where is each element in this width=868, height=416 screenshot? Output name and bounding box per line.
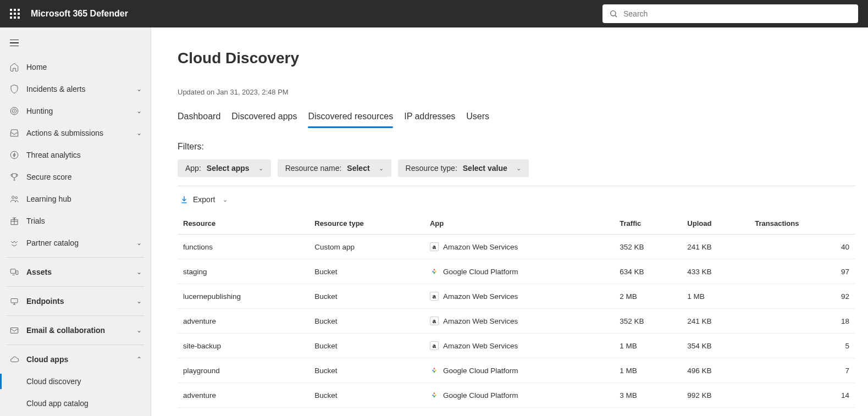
- nav-collapse-button[interactable]: [3, 32, 25, 54]
- table-row[interactable]: functionsCustom appaAmazon Web Services3…: [178, 235, 855, 259]
- sidebar-item-assets[interactable]: Assets⌄: [0, 261, 151, 283]
- sidebar-item-hunting[interactable]: Hunting⌄: [0, 100, 151, 122]
- sidebar-item-threat[interactable]: Threat analytics: [0, 144, 151, 166]
- target-icon: [9, 106, 20, 117]
- chevron-down-icon: ⌄: [136, 85, 142, 93]
- search-input[interactable]: [623, 9, 852, 18]
- filter-resourcename[interactable]: Resource name: Select⌄: [278, 159, 391, 177]
- tab-ip-addresses[interactable]: IP addresses: [404, 107, 455, 127]
- tab-discovered-resources[interactable]: Discovered resources: [308, 107, 393, 127]
- cell-upload: 241 KB: [682, 235, 749, 259]
- sidebar-item-incidents[interactable]: Incidents & alerts⌄: [0, 78, 151, 100]
- sidebar-item-actions[interactable]: Actions & submissions⌄: [0, 122, 151, 144]
- column-header-resource[interactable]: Resource: [178, 213, 309, 235]
- svg-point-2: [10, 107, 18, 115]
- sidebar-item-label: Email & collaboration: [26, 326, 136, 335]
- nav-divider: [7, 315, 144, 316]
- handshake-icon: [9, 237, 20, 248]
- sidebar-item-label: Learning hub: [26, 195, 142, 203]
- export-button[interactable]: Export ⌄: [178, 191, 230, 208]
- sidebar-item-label: Endpoints: [26, 297, 136, 306]
- chevron-down-icon: ⌄: [136, 326, 142, 334]
- sidebar-item-learning[interactable]: Learning hub: [0, 188, 151, 210]
- filters-row: App: Select apps⌄Resource name: Select⌄R…: [178, 159, 855, 177]
- cell-resource: lucernepublishing: [178, 284, 309, 309]
- table-row[interactable]: playgroundBucketGoogle Cloud Platform1 M…: [178, 358, 855, 383]
- cell-upload: 1 MB: [682, 284, 749, 309]
- sidebar-item-trials[interactable]: Trials: [0, 210, 151, 232]
- sidebar-item-label: Cloud apps: [26, 355, 136, 364]
- table-row[interactable]: adventureBucketGoogle Cloud Platform3 MB…: [178, 383, 855, 408]
- cell-app: aAmazon Web Services: [424, 309, 614, 334]
- chevron-down-icon: ⌄: [136, 239, 142, 247]
- sidebar-item-cloudapps[interactable]: Cloud apps⌃: [0, 348, 151, 370]
- table-row[interactable]: site-backupBucketaAmazon Web Services1 M…: [178, 334, 855, 358]
- sidebar-item-home[interactable]: Home: [0, 56, 151, 78]
- toolbar-divider: [178, 186, 855, 186]
- app-name: Amazon Web Services: [443, 342, 518, 350]
- table-row[interactable]: lucernepublishingBucketaAmazon Web Servi…: [178, 284, 855, 309]
- column-header-traffic[interactable]: Traffic: [614, 213, 682, 235]
- svg-point-6: [12, 196, 15, 199]
- tab-discovered-apps[interactable]: Discovered apps: [231, 107, 297, 127]
- cell-traffic: 352 KB: [614, 309, 682, 334]
- cell-upload: 354 KB: [682, 334, 749, 358]
- tab-users[interactable]: Users: [466, 107, 489, 127]
- cell-resource-type: Bucket: [309, 309, 424, 334]
- chevron-down-icon: ⌄: [516, 165, 521, 172]
- cell-upload: 496 KB: [682, 358, 749, 383]
- cell-app: Google Cloud Platform: [424, 259, 614, 284]
- column-header-resource-type[interactable]: Resource type: [309, 213, 424, 235]
- table-row[interactable]: stagingBucketGoogle Cloud Platform634 KB…: [178, 259, 855, 284]
- devices-icon: [9, 267, 20, 278]
- sidebar-item-endpoints[interactable]: Endpoints⌄: [0, 290, 151, 312]
- cell-resource-type: Bucket: [309, 334, 424, 358]
- cell-transactions: 7: [749, 358, 855, 383]
- sidebar-item-partner[interactable]: Partner catalog⌄: [0, 232, 151, 254]
- resources-table: ResourceResource typeAppTrafficUploadTra…: [178, 213, 855, 408]
- sidebar-item-label: Actions & submissions: [26, 129, 136, 137]
- svg-rect-12: [10, 328, 18, 334]
- cell-resource-type: Custom app: [309, 235, 424, 259]
- sidebar-item-clouddiscovery[interactable]: Cloud discovery: [0, 370, 151, 392]
- sidebar-item-cloudappcatalog[interactable]: Cloud app catalog: [0, 392, 151, 414]
- tab-dashboard[interactable]: Dashboard: [178, 107, 220, 127]
- gcp-icon: [430, 267, 439, 276]
- sidebar-item-label: Assets: [26, 268, 136, 276]
- svg-point-3: [12, 109, 16, 113]
- cell-upload: 992 KB: [682, 383, 749, 408]
- filter-prefix: App:: [185, 164, 201, 173]
- svg-rect-10: [16, 271, 18, 275]
- svg-rect-11: [11, 299, 18, 303]
- people-icon: [9, 193, 20, 204]
- app-launcher-icon[interactable]: [10, 9, 20, 19]
- home-icon: [9, 62, 20, 73]
- aws-icon: a: [430, 317, 439, 325]
- column-header-app[interactable]: App: [424, 213, 614, 235]
- cell-traffic: 2 MB: [614, 284, 682, 309]
- cell-app: aAmazon Web Services: [424, 284, 614, 309]
- aws-icon: a: [430, 341, 439, 350]
- filter-prefix: Resource type:: [406, 164, 457, 173]
- chevron-down-icon: ⌄: [136, 107, 142, 115]
- filter-app[interactable]: App: Select apps⌄: [178, 159, 271, 177]
- endpoints-icon: [9, 296, 20, 307]
- filter-resourcetype[interactable]: Resource type: Select value⌄: [398, 159, 529, 177]
- mail-icon: [9, 325, 20, 336]
- cell-resource-type: Bucket: [309, 358, 424, 383]
- cell-resource: functions: [178, 235, 309, 259]
- column-header-upload[interactable]: Upload: [682, 213, 749, 235]
- cell-resource: site-backup: [178, 334, 309, 358]
- sidebar-item-email[interactable]: Email & collaboration⌄: [0, 319, 151, 341]
- cell-transactions: 92: [749, 284, 855, 309]
- column-header-transactions[interactable]: Transactions: [749, 213, 855, 235]
- sidebar-item-secure[interactable]: Secure score: [0, 166, 151, 188]
- cell-transactions: 5: [749, 334, 855, 358]
- sidebar-item-label: Threat analytics: [26, 151, 142, 159]
- search-box[interactable]: [602, 4, 858, 23]
- table-row[interactable]: adventureBucketaAmazon Web Services352 K…: [178, 309, 855, 334]
- cell-app: aAmazon Web Services: [424, 235, 614, 259]
- table-header-row: ResourceResource typeAppTrafficUploadTra…: [178, 213, 855, 235]
- app-name: Amazon Web Services: [443, 317, 518, 325]
- cell-traffic: 634 KB: [614, 259, 682, 284]
